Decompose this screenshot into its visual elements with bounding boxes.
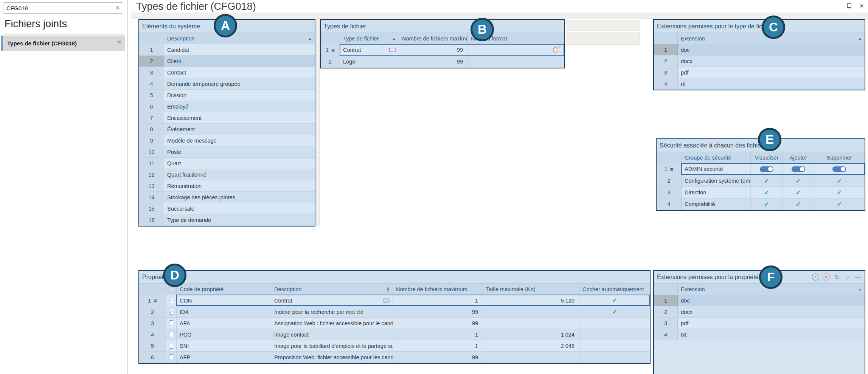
table-row[interactable]: 14 Stockage des pièces jointes: [139, 192, 315, 203]
annotation-badge-e: E: [758, 128, 781, 151]
table-row[interactable]: 1 Candidat: [139, 44, 315, 56]
column-header-visualiser[interactable]: Visualiser: [751, 152, 783, 163]
table-row[interactable]: 13 Rémunération: [139, 180, 315, 192]
toggle-supprimer-on[interactable]: [832, 166, 846, 172]
table-row[interactable]: 4 rtf: [654, 78, 865, 90]
table-row[interactable]: 2 docx: [654, 56, 865, 67]
column-header-nombre-fichiers-max[interactable]: Nombre de fichiers maximum: [393, 284, 483, 295]
table-row[interactable]: 1 ≡ CON Contrat 1 5 120 ✓: [139, 295, 650, 306]
column-header-type-de-fichier[interactable]: Type de fichier ▲: [340, 33, 399, 44]
check-icon: ✓: [612, 296, 617, 304]
table-row[interactable]: 12 Quart fractionné: [139, 169, 315, 180]
sidebar-item-label: Types de fichier (CFG018): [7, 40, 77, 47]
table-row[interactable]: 1 ≡ Contrat 99: [321, 44, 564, 56]
column-header-groupe-securite[interactable]: Groupe de sécurité: [682, 152, 751, 163]
check-icon: ✓: [612, 308, 617, 316]
annotation-badge-d: D: [163, 264, 186, 287]
vertical-scrollbar: [316, 19, 320, 227]
table-row[interactable]: 4 Demande temporaire groupée: [139, 78, 315, 90]
table-header: Extension ▲: [654, 33, 865, 44]
table-row[interactable]: 16 Type de demande: [139, 214, 315, 226]
table-row[interactable]: 3 pdf: [654, 67, 865, 78]
table-body: 1 Candidat 2 Client 3 Contact 4 Demande …: [139, 44, 315, 226]
annotation-badge-b: B: [470, 18, 494, 41]
sidebar-item-types-de-fichier[interactable]: Types de fichier (CFG018) ≡: [1, 36, 125, 51]
table-header: Code de propriété Description ▲ 2 Nombre…: [139, 284, 650, 295]
toggle-visualiser-on[interactable]: [759, 166, 774, 172]
column-header-taille-maximale[interactable]: Taille maximale (Ko): [483, 284, 579, 295]
table-row[interactable]: 7 Encaissement: [139, 112, 315, 124]
table-row[interactable]: 15 Succursale: [139, 203, 315, 214]
table-row[interactable]: 10 Poste: [139, 146, 315, 158]
hamburger-icon[interactable]: ≡: [670, 166, 674, 172]
table-row[interactable]: 2 ≡ IDX Indexé pour la recherche par mot…: [139, 306, 650, 318]
row-number-header: [654, 33, 678, 44]
table-row[interactable]: 5 Division: [139, 90, 315, 101]
panel-elements-du-systeme: Eléments du système Description ▲ 1 Cand…: [138, 19, 315, 227]
check-icon: ✓: [795, 200, 801, 208]
table-row[interactable]: 2 Client: [139, 56, 315, 67]
table-row[interactable]: 3 pdf: [654, 318, 865, 329]
table-row[interactable]: 2 ≡ Configuration système (employés... ✓…: [657, 175, 865, 187]
sort-asc-icon: ▲: [856, 37, 862, 40]
comment-icon[interactable]: [389, 48, 396, 52]
refresh-button[interactable]: ↻: [833, 273, 840, 281]
table-row[interactable]: 3 ≡ AFA Assignation Web : fichier access…: [139, 318, 650, 329]
column-header-description[interactable]: Description ▲ 2: [271, 284, 393, 295]
add-button[interactable]: +: [812, 273, 819, 281]
column-header-cocher-automatiquement[interactable]: Cocher automatiquement: [579, 284, 650, 295]
column-header-supprimer[interactable]: Supprimer: [814, 152, 865, 163]
table-row[interactable]: 2 ≡ Logo 99: [321, 56, 564, 68]
row-number-header: [654, 284, 678, 295]
lookup-icon[interactable]: [553, 47, 561, 53]
more-button[interactable]: ⋯: [854, 273, 862, 281]
table-row[interactable]: 9 Modèle de message: [139, 135, 315, 146]
table-body: 1 ≡ CON Contrat 1 5 120 ✓: [139, 295, 650, 363]
table-row[interactable]: 1 doc: [654, 295, 865, 306]
table-row[interactable]: 11 Quart: [139, 158, 315, 169]
check-icon: ✓: [837, 189, 842, 197]
comment-icon[interactable]: [383, 298, 390, 303]
toggle-ajouter-on[interactable]: [791, 166, 806, 172]
sort-asc-icon: ▲: [856, 287, 862, 291]
hamburger-icon[interactable]: ≡: [117, 39, 121, 47]
column-header-code-propriete[interactable]: Code de propriété: [177, 284, 271, 295]
table-header: Type de fichier ▲ Nombre de fichiers max…: [321, 33, 564, 44]
column-header-ajouter[interactable]: Ajouter: [783, 152, 814, 163]
checkbox[interactable]: [169, 354, 173, 360]
checkbox[interactable]: [169, 309, 173, 315]
table-row[interactable]: 4 ≡ PCO Image contact 1 1 024 ✓: [139, 329, 650, 340]
table-row[interactable]: 1 doc: [654, 44, 865, 56]
table-header: Extension ▲: [654, 284, 865, 295]
table-row[interactable]: 1 ≡ ADMIN sécurité ✓ ✓ ✓: [657, 163, 865, 175]
checkbox[interactable]: [169, 343, 173, 349]
delete-button[interactable]: ✕: [823, 273, 830, 281]
checkbox[interactable]: [169, 298, 173, 303]
filter-button[interactable]: ▽: [844, 273, 851, 281]
table-row[interactable]: 4 ≡ Comptabilité ✓ ✓ ✓: [657, 199, 865, 210]
row-number-header: [657, 152, 682, 163]
table-row[interactable]: 6 Employé: [139, 101, 315, 112]
pin-icon[interactable]: [846, 3, 852, 10]
checkbox[interactable]: [169, 332, 173, 337]
table-row[interactable]: 4 txt: [654, 329, 865, 340]
check-icon: ✓: [764, 177, 769, 185]
table-row[interactable]: 8 Événement: [139, 124, 315, 135]
check-icon: ✓: [764, 189, 769, 197]
search-input[interactable]: [3, 5, 112, 11]
table-row[interactable]: 3 ≡ Direction ✓ ✓ ✓: [657, 187, 865, 199]
sidebar-heading: Fichiers joints: [5, 18, 67, 30]
hamburger-icon[interactable]: ≡: [331, 47, 335, 53]
checkbox[interactable]: [169, 320, 173, 326]
column-header-nombre-fichiers-max[interactable]: Nombre de fichiers maximum: [399, 33, 468, 44]
column-header-description[interactable]: Description ▲: [164, 33, 315, 44]
table-row[interactable]: 6 ≡ AFP Proposition Web: fichier accessi…: [139, 352, 650, 363]
table-row[interactable]: 3 Contact: [139, 67, 315, 78]
table-row[interactable]: 5 ≡ SNI Image pour le babillard d'emploi…: [139, 340, 650, 352]
table-row[interactable]: 2 docx: [654, 306, 865, 318]
hamburger-icon[interactable]: ≡: [154, 297, 157, 304]
panel-types-de-fichier: Types de fichier Type de fichier ▲ Nombr…: [320, 19, 565, 68]
close-icon[interactable]: ✕: [859, 3, 864, 9]
clear-search-icon[interactable]: ✕: [112, 5, 123, 11]
row-number-header: [139, 33, 164, 44]
